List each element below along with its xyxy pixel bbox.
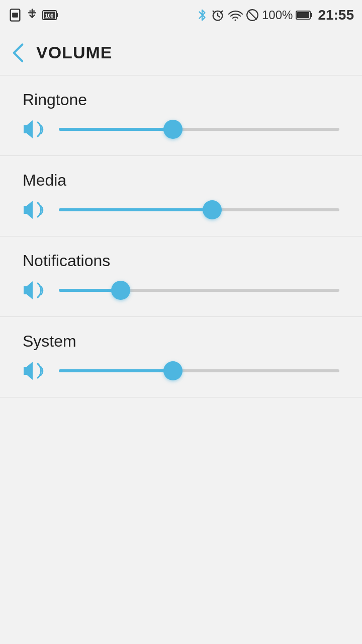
status-icons-left: 100 (8, 8, 58, 22)
system-slider[interactable] (59, 369, 339, 372)
back-button[interactable] (10, 42, 26, 64)
svg-rect-12 (310, 13, 312, 17)
usb-icon (25, 8, 39, 22)
svg-rect-4 (56, 13, 58, 17)
media-speaker-icon (23, 199, 49, 221)
system-label: System (23, 332, 339, 351)
svg-text:100: 100 (45, 13, 54, 19)
svg-rect-11 (297, 12, 309, 18)
media-slider-row (23, 199, 339, 221)
system-section: System (0, 317, 362, 397)
bluetooth-icon (197, 8, 208, 22)
status-bar: 100 100% 21:55 (0, 0, 362, 30)
svg-point-7 (234, 20, 236, 21)
page-header: VOLUME (0, 30, 362, 75)
notifications-speaker-icon (23, 279, 49, 301)
media-slider[interactable] (59, 208, 339, 211)
battery-saver-icon: 100 (42, 10, 58, 21)
svg-rect-1 (12, 13, 18, 17)
svg-line-9 (248, 11, 256, 19)
alarm-icon (211, 8, 225, 22)
system-slider-container[interactable] (59, 360, 339, 382)
battery-icon (296, 10, 313, 20)
media-section: Media (0, 156, 362, 236)
notifications-slider[interactable] (59, 289, 339, 292)
ringtone-label: Ringtone (23, 91, 339, 109)
media-label: Media (23, 171, 339, 190)
battery-percentage: 100% (262, 8, 293, 22)
status-icons-right: 100% 21:55 (197, 7, 354, 23)
sim-icon (8, 8, 22, 22)
notifications-section: Notifications (0, 236, 362, 317)
notifications-label: Notifications (23, 252, 339, 270)
wifi-icon (228, 8, 243, 22)
system-slider-row (23, 360, 339, 382)
ringtone-slider-row (23, 118, 339, 140)
page-title: VOLUME (36, 43, 112, 62)
volume-settings-content: Ringtone Media Notificat (0, 75, 362, 397)
system-speaker-icon (23, 360, 49, 382)
status-time: 21:55 (318, 7, 354, 23)
notifications-slider-row (23, 279, 339, 301)
ringtone-section: Ringtone (0, 75, 362, 156)
media-slider-container[interactable] (59, 199, 339, 221)
ringtone-speaker-icon (23, 118, 49, 140)
ringtone-slider-container[interactable] (59, 118, 339, 140)
dnd-icon (246, 9, 259, 22)
ringtone-slider[interactable] (59, 128, 339, 131)
notifications-slider-container[interactable] (59, 279, 339, 301)
